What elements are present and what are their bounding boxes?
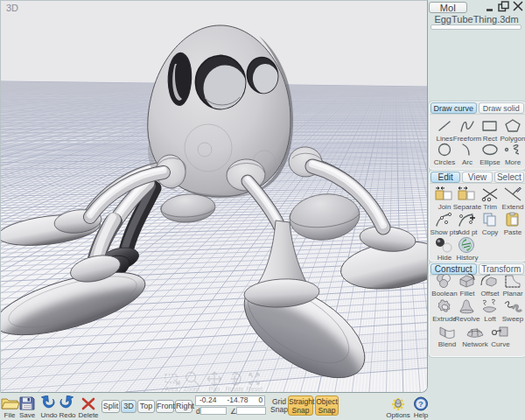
svg-text:Reset: Reset — [247, 386, 262, 392]
svg-text:Pan: Pan — [209, 386, 220, 392]
svg-text:?: ? — [418, 399, 424, 409]
svg-text:Rotate: Rotate — [226, 386, 244, 392]
svg-text:Zoom: Zoom — [184, 386, 200, 392]
svg-text:Area: Area — [165, 386, 178, 392]
